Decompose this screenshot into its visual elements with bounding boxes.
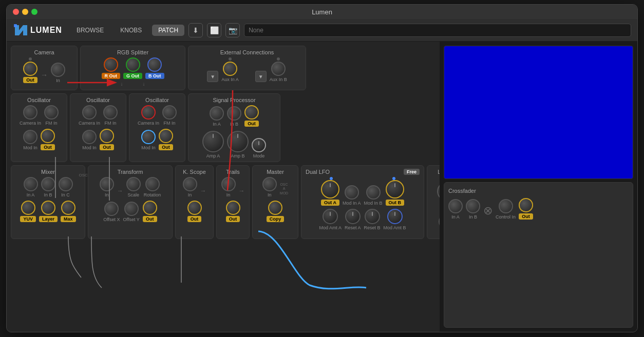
cf-in-b-port[interactable] (466, 199, 480, 213)
rgb-r-badge: R Out (102, 73, 121, 79)
mixer-yuv-port[interactable] (21, 201, 35, 215)
osc3-fm-label: FM In (164, 121, 176, 126)
osc2-cam-port[interactable] (82, 105, 97, 120)
osc2-mod-port[interactable] (82, 130, 97, 144)
transform-in-group: In (100, 177, 114, 197)
osc3-cam-port[interactable] (141, 105, 156, 120)
sig-out-port[interactable] (244, 105, 259, 120)
sig-title: Signal Processor (213, 97, 255, 103)
trails-in-port[interactable] (221, 177, 236, 191)
mixer-in-a-port[interactable] (24, 177, 38, 191)
mixer-in-b-port[interactable] (41, 177, 55, 191)
cf-out-group: Out (519, 198, 533, 220)
aux-a-dot (229, 57, 232, 61)
transform-out-port[interactable] (143, 201, 157, 215)
sig-amp-b-label: Amp B (231, 153, 244, 158)
aux-b-port[interactable] (271, 62, 286, 76)
osc3-out-port[interactable] (159, 129, 173, 143)
rgb-b-port[interactable] (147, 57, 162, 72)
module-master: Master In OSCAMOD Copy (252, 165, 298, 239)
close-button[interactable] (13, 9, 19, 15)
cf-in-a-port[interactable] (448, 199, 463, 213)
ext-dropdown-b[interactable]: ▼ (255, 71, 267, 82)
lfo-c-freq-knob[interactable] (439, 214, 440, 229)
camera-out-group: Out (23, 57, 37, 83)
osc2-out-port[interactable] (100, 129, 114, 143)
mixer-layer-badge: Layer (39, 216, 58, 222)
aux-a-port[interactable] (223, 62, 237, 76)
cf-control-in-port[interactable] (499, 199, 513, 213)
rgb-r-port[interactable] (104, 57, 118, 72)
browse-button[interactable]: BROWSE (70, 25, 110, 36)
osc1-cam-port[interactable] (23, 105, 37, 120)
dual-lfo-reset-b-knob[interactable] (365, 209, 380, 224)
sig-mode-knob[interactable] (252, 138, 266, 152)
transform-scale-group: Scale (126, 177, 141, 197)
master-copy-group: Copy (267, 201, 285, 222)
sig-in-b-port[interactable] (227, 106, 241, 121)
transform-in-port[interactable] (100, 177, 114, 191)
mixer-in-c-port[interactable] (59, 177, 73, 191)
external-ports: ▼ Aux In A ▼ Aux In B (207, 57, 287, 82)
transform-rotation-port[interactable] (145, 177, 160, 191)
osc3-cam-in: Camera In (138, 105, 159, 126)
master-copy-port[interactable] (268, 201, 282, 215)
mixer-yuv-badge: YUV (20, 216, 36, 222)
transform-offset-y-port[interactable] (124, 202, 139, 216)
dual-lfo-mod-in-a-port[interactable] (345, 185, 359, 200)
camera-in-port[interactable] (51, 63, 65, 77)
sig-amp-a-knob[interactable] (202, 131, 224, 152)
osc2-cam-in: Camera In (79, 105, 100, 126)
cf-in-b-label: In B (469, 214, 477, 220)
display-button[interactable]: ⬜ (207, 23, 221, 37)
camera-out-badge: Out (23, 77, 37, 83)
dual-lfo-mod-amt-a-knob[interactable] (323, 209, 338, 224)
dual-lfo-out-a-knob[interactable] (321, 180, 339, 199)
transform-offset-x-label: Offset X (103, 217, 120, 222)
dual-lfo-mod-amt-b-knob[interactable] (387, 209, 403, 224)
camera-out-port[interactable] (23, 62, 37, 76)
osc1-fm-port[interactable] (44, 105, 59, 120)
knobs-button[interactable]: KNOBS (114, 25, 148, 36)
kscope-out-port[interactable] (187, 201, 202, 215)
logo-area: LUMEN (13, 23, 62, 37)
dual-lfo-mod-in-b-label: Mod In B (364, 201, 383, 206)
mixer-max-port[interactable] (61, 201, 75, 215)
mixer-layer-group: Layer (39, 201, 58, 222)
cf-out-port[interactable] (519, 198, 533, 212)
module-signal-processor: Signal Processor In A In B Out (188, 93, 280, 162)
sig-amp-b-knob[interactable] (227, 131, 249, 152)
osc2-fm-port[interactable] (103, 105, 118, 120)
osc1-out-port[interactable] (41, 129, 55, 143)
patch-button[interactable]: PATCH (152, 25, 184, 36)
sig-in-a-port[interactable] (210, 106, 224, 121)
download-button[interactable]: ⬇ (188, 23, 203, 37)
transform-offset-x-port[interactable] (104, 202, 119, 216)
dual-lfo-mod-in-b-port[interactable] (366, 185, 381, 200)
osc3-mod-port[interactable] (141, 130, 156, 144)
trails-out-port[interactable] (226, 201, 240, 215)
maximize-button[interactable] (31, 9, 37, 15)
master-in-port[interactable] (262, 177, 277, 191)
dual-lfo-out-b-knob[interactable] (386, 180, 404, 199)
minimize-button[interactable] (22, 9, 28, 15)
kscope-title: K. Scope (183, 169, 206, 175)
osc2-mod-label: Mod In (82, 145, 97, 150)
trails-top-ports: In → (221, 177, 245, 197)
transform-scale-port[interactable] (126, 177, 141, 191)
rgb-g-port[interactable] (126, 57, 140, 72)
mixer-max-badge: Max (61, 216, 76, 222)
dual-lfo-reset-a-group: Reset A (345, 209, 361, 230)
dual-lfo-reset-a-knob[interactable] (345, 209, 361, 224)
kscope-in-port[interactable] (183, 177, 197, 191)
trails-arrow: → (239, 187, 245, 194)
preview-area: Crossfader In A In B ⊗ Control In (440, 42, 637, 332)
osc3-mod-label: Mod In (141, 145, 156, 150)
osc1-mod-port[interactable] (23, 130, 37, 144)
lfo-c-out-knob[interactable] (437, 182, 440, 201)
search-input[interactable] (244, 24, 631, 37)
osc3-fm-port[interactable] (162, 105, 177, 120)
ext-dropdown-a[interactable]: ▼ (207, 71, 218, 82)
camera-capture-button[interactable]: 📷 (225, 23, 240, 37)
mixer-layer-port[interactable] (41, 201, 55, 215)
